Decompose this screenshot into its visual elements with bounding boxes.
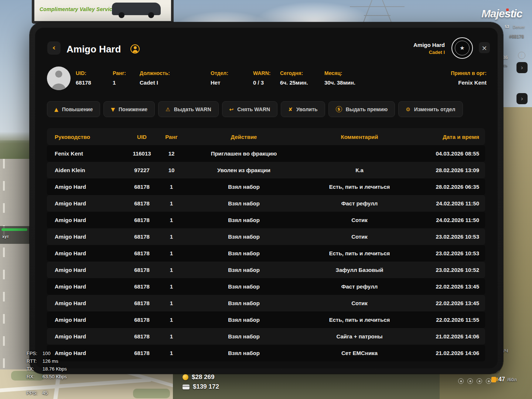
net-stat-label: RX: — [27, 374, 39, 379]
cell-action: Приглашен во фракцию — [186, 150, 301, 157]
action-button[interactable]: ✘ Уволить — [281, 101, 325, 117]
faction-tablet: ‹ Amigo Hard Amigo Hard Cadet I ★ × UID:… — [30, 22, 503, 374]
cell-rank: 10 — [157, 167, 186, 173]
action-button[interactable]: $ Выдать премию — [328, 101, 395, 117]
action-button-label: Выдать премию — [346, 106, 388, 112]
cell-rank: 1 — [157, 200, 186, 207]
cell-leader: Amigo Hard — [47, 200, 127, 207]
net-stat-label: PPS: — [27, 390, 39, 396]
cell-rank: 1 — [157, 217, 186, 223]
chevron-right-icon[interactable]: › — [516, 93, 528, 104]
logo-accent-dot — [506, 8, 509, 11]
table-body: Fenix Kent 116013 12 Приглашен во фракци… — [47, 145, 485, 361]
info-rank: Ранг: 1 — [113, 70, 126, 86]
cell-action: Взял набор — [186, 333, 301, 340]
table-row: Amigo Hard 68178 1 Взял набор Сотик 24.0… — [47, 212, 485, 228]
billboard-panel: Complimentary Valley Service. — [34, 0, 171, 21]
info-recruited-by: Принял в орг: Fenix Kent — [451, 70, 487, 86]
action-button-label: Повышение — [62, 106, 93, 112]
cell-rank: 1 — [157, 317, 186, 323]
info-warn: WARN: 0 / 3 — [253, 70, 270, 86]
cell-comment: Сотик — [301, 300, 417, 306]
action-buttons: ▲ Повышение ▼ Понижение ⚠ Выдать WARN ↩ … — [47, 101, 463, 117]
close-icon: × — [481, 44, 487, 52]
table-row: Amigo Hard 68178 1 Взял набор Сет ЕМСник… — [47, 345, 485, 361]
cell-rank: 1 — [157, 233, 186, 240]
net-stat-line: FPS: 100 — [27, 349, 67, 357]
net-stat-label: FPS: — [27, 351, 39, 356]
info-today: Сегодня: 6ч. 25мин. — [280, 70, 308, 86]
header-rank: Ранг — [157, 134, 186, 140]
cell-uid: 68178 — [127, 250, 157, 256]
member-rank: Cadet I — [413, 50, 445, 55]
faction-seal-badge: ★ — [451, 37, 473, 59]
action-button[interactable]: ⚙ Изменить отдел — [398, 101, 463, 117]
cell-uid: 68178 — [127, 200, 157, 207]
table-row: Amigo Hard 68178 1 Взял набор Фаст рефул… — [47, 195, 485, 212]
cell-comment: Фаст рефулл — [301, 283, 417, 290]
action-button-label: Понижение — [119, 106, 147, 112]
member-summary: Amigo Hard Cadet I — [413, 42, 445, 55]
server-city: Denver — [513, 25, 525, 29]
close-button[interactable]: × — [479, 42, 490, 53]
money-hud: $28 269 $139 172 — [183, 374, 219, 391]
action-button[interactable]: ▼ Понижение — [103, 101, 155, 117]
header-comment: Комментарий — [301, 134, 417, 140]
member-avatar — [47, 66, 71, 90]
cell-comment: Фаст рефулл — [301, 200, 417, 207]
vehicle-status-icons — [458, 378, 491, 384]
fuel-value: 47 — [498, 376, 505, 383]
table-row: Amigo Hard 68178 1 Взял набор Зафулл Баз… — [47, 262, 485, 278]
action-button-label: Выдать WARN — [174, 106, 211, 112]
lock-icon — [486, 378, 491, 384]
cell-leader: Amigo Hard — [47, 283, 127, 290]
cell-leader: Aiden Klein — [47, 167, 127, 173]
cash-row: $28 269 — [183, 374, 219, 381]
voice-icon — [458, 378, 464, 384]
action-button[interactable]: ▲ Повышение — [47, 101, 100, 117]
cell-action: Взял набор — [186, 283, 301, 290]
cell-rank: 1 — [157, 250, 186, 256]
table-row: Amigo Hard 68178 1 Взял набор Есть, пить… — [47, 311, 485, 328]
table-row: Amigo Hard 68178 1 Взял набор Сотик 23.0… — [47, 228, 485, 245]
action-button[interactable]: ⚠ Выдать WARN — [158, 101, 218, 117]
engine-icon — [477, 378, 482, 384]
cell-datetime: 22.02.2026 13:45 — [417, 300, 485, 306]
table-row: Amigo Hard 68178 1 Взял набор Сотик 22.0… — [47, 295, 485, 311]
department-icon: ⚙ — [406, 106, 410, 112]
header-datetime: Дата и время — [417, 134, 485, 140]
cell-rank: 1 — [157, 267, 186, 273]
cell-comment: Есть, пить и лечиться — [301, 317, 417, 323]
network-stats: FPS: 100 RTT: 126 ms TX: 18.76 Kbps RX: … — [27, 349, 67, 397]
net-stat-line: RX: 63.50 Kbps — [27, 373, 67, 381]
member-name: Amigo Hard — [413, 42, 445, 48]
info-icon[interactable]: i — [518, 52, 525, 59]
cell-leader: Amigo Hard — [47, 300, 127, 306]
game-screen: Complimentary Valley Service. Majestic 5… — [0, 0, 532, 399]
cell-action: Взял набор — [186, 300, 301, 306]
cell-leader: Amigo Hard — [47, 217, 127, 223]
table-row: Amigo Hard 68178 1 Взял набор Есть, пить… — [47, 178, 485, 195]
cell-leader: Fenix Kent — [47, 150, 127, 157]
cell-comment: Сотик — [301, 217, 417, 223]
cell-rank: 1 — [157, 283, 186, 290]
player-id: #68178 — [509, 34, 524, 39]
cell-action: Взял набор — [186, 200, 301, 207]
player-overhead-tag: хут — [0, 226, 30, 244]
warn-give-icon: ⚠ — [166, 106, 170, 112]
cell-rank: 1 — [157, 300, 186, 306]
majestic-logo: Majestic — [481, 7, 522, 20]
billboard: Complimentary Valley Service. — [32, 0, 174, 24]
net-stat-label: TX: — [27, 366, 39, 372]
info-department: Отдел: Нет — [211, 70, 228, 86]
cell-uid: 68178 — [127, 333, 157, 340]
header-leader: Руководство — [47, 134, 127, 140]
chevron-right-icon[interactable]: › — [516, 62, 528, 73]
cell-comment: Зафулл Базовый — [301, 267, 417, 273]
action-button[interactable]: ↩ Снять WARN — [222, 101, 278, 117]
bank-card-icon — [183, 385, 190, 389]
bonus-icon: $ — [336, 106, 342, 112]
back-button[interactable]: ‹ — [47, 41, 61, 55]
cell-datetime: 23.02.2026 10:52 — [417, 267, 485, 273]
cell-action: Взял набор — [186, 350, 301, 356]
